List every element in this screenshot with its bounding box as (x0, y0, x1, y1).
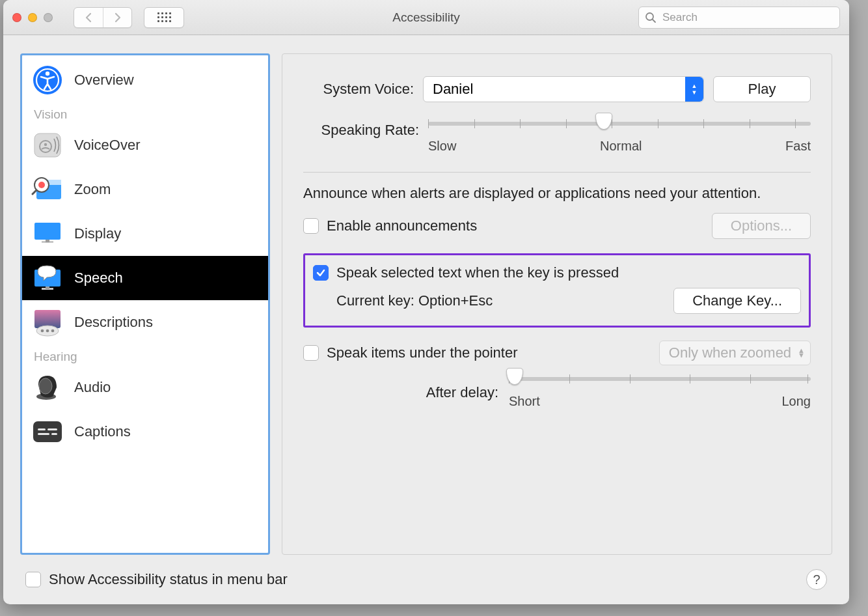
sidebar-item-overview[interactable]: Overview (22, 58, 268, 102)
play-button[interactable]: Play (713, 76, 811, 102)
speak-pointer-mode-select[interactable]: Only when zoomed ▲▼ (659, 341, 811, 365)
sidebar-section-vision: Vision (22, 102, 268, 123)
updown-icon: ▲▼ (798, 348, 805, 357)
current-key-label: Current key: Option+Esc (336, 292, 493, 309)
svg-rect-13 (34, 223, 61, 240)
announce-description: Announce when alerts are displayed or ap… (303, 183, 811, 204)
help-button[interactable]: ? (806, 569, 827, 590)
checkbox-unchecked-icon (303, 345, 319, 361)
svg-point-21 (41, 329, 44, 333)
system-voice-value: Daniel (433, 81, 473, 98)
updown-icon: ▲▼ (685, 77, 703, 102)
speaking-rate-label: Speaking Rate: (303, 122, 419, 139)
svg-rect-15 (46, 240, 49, 242)
system-voice-select[interactable]: Daniel ▲▼ (423, 76, 704, 102)
captions-icon (31, 415, 64, 448)
speaking-rate-slider[interactable]: Slow Normal Fast (428, 122, 811, 154)
speak-pointer-mode-value: Only when zoomed (669, 344, 791, 361)
sidebar-item-label: Audio (74, 379, 111, 396)
titlebar: Accessibility (3, 0, 849, 35)
after-delay-label: After delay: (303, 384, 498, 401)
speak-selected-highlight: Speak selected text when the key is pres… (303, 253, 811, 328)
sidebar-section-hearing: Hearing (22, 344, 268, 365)
sidebar-item-audio[interactable]: Audio (22, 365, 268, 410)
checkbox-unchecked-icon (303, 218, 319, 234)
minimize-button[interactable] (28, 13, 37, 22)
sidebar-item-label: Zoom (74, 181, 111, 198)
rate-slow-label: Slow (428, 139, 456, 154)
speak-pointer-label: Speak items under the pointer (327, 344, 518, 361)
options-button-label: Options... (731, 217, 792, 234)
sidebar-item-label: VoiceOver (74, 137, 141, 154)
display-icon (31, 217, 64, 250)
delay-short-label: Short (509, 394, 540, 409)
svg-line-1 (653, 20, 655, 22)
svg-rect-28 (47, 428, 57, 430)
sidebar[interactable]: Overview Vision VoiceOver Zoom Display (20, 53, 270, 555)
apps-button[interactable] (144, 7, 184, 28)
sidebar-item-voiceover[interactable]: VoiceOver (22, 123, 268, 167)
change-key-button[interactable]: Change Key... (673, 288, 801, 314)
show-status-label: Show Accessibility status in menu bar (49, 571, 288, 588)
question-icon: ? (813, 572, 820, 587)
after-delay-slider[interactable]: Short Long (509, 377, 811, 409)
sidebar-item-captions[interactable]: Captions (22, 410, 268, 454)
speak-selected-checkbox[interactable]: Speak selected text when the key is pres… (313, 264, 801, 281)
svg-point-4 (46, 72, 49, 76)
checkbox-checked-icon (313, 265, 329, 281)
window-controls (12, 13, 53, 22)
svg-point-25 (39, 378, 52, 394)
slider-thumb[interactable] (595, 113, 612, 130)
sidebar-item-label: Display (74, 225, 121, 242)
svg-point-22 (46, 329, 49, 333)
rate-normal-label: Normal (600, 139, 642, 154)
sidebar-item-descriptions[interactable]: Descriptions (22, 300, 268, 344)
svg-rect-30 (51, 433, 57, 435)
sidebar-item-label: Descriptions (74, 314, 153, 331)
enable-announcements-label: Enable announcements (327, 217, 477, 234)
sidebar-item-label: Speech (74, 270, 123, 287)
sidebar-item-zoom[interactable]: Zoom (22, 167, 268, 212)
chevron-right-icon (114, 12, 122, 23)
speech-icon (31, 262, 64, 294)
show-status-checkbox[interactable]: Show Accessibility status in menu bar (25, 571, 288, 588)
back-button[interactable] (74, 8, 103, 27)
play-button-label: Play (748, 81, 776, 98)
forward-button[interactable] (103, 8, 131, 27)
svg-rect-26 (33, 421, 62, 442)
svg-point-11 (38, 182, 45, 188)
svg-point-23 (51, 329, 55, 333)
change-key-label: Change Key... (692, 292, 782, 309)
descriptions-icon (31, 306, 64, 339)
close-button[interactable] (12, 13, 21, 22)
chevron-left-icon (85, 12, 92, 23)
svg-point-7 (44, 143, 47, 146)
system-voice-label: System Voice: (303, 81, 414, 98)
rate-fast-label: Fast (785, 139, 811, 154)
options-button[interactable]: Options... (712, 213, 811, 239)
checkbox-unchecked-icon (25, 572, 41, 587)
sidebar-item-label: Captions (74, 423, 131, 440)
window: Accessibility Overview Vision Voic (3, 0, 849, 604)
sidebar-item-display[interactable]: Display (22, 212, 268, 256)
grid-icon (157, 12, 171, 22)
search-icon (645, 12, 657, 23)
voiceover-icon (31, 129, 64, 161)
speak-selected-label: Speak selected text when the key is pres… (336, 264, 619, 281)
nav-buttons (74, 7, 132, 28)
search-input[interactable] (638, 7, 840, 29)
accessibility-icon (31, 64, 64, 96)
svg-line-12 (33, 190, 36, 194)
sidebar-item-speech[interactable]: Speech (22, 256, 268, 300)
delay-long-label: Long (782, 394, 811, 409)
svg-point-0 (646, 13, 653, 20)
sidebar-item-label: Overview (74, 72, 134, 89)
speak-pointer-checkbox[interactable]: Speak items under the pointer (303, 344, 518, 361)
audio-icon (31, 371, 64, 404)
zoom-button[interactable] (44, 13, 53, 22)
zoom-icon (31, 173, 64, 206)
svg-rect-27 (38, 428, 46, 430)
enable-announcements-checkbox[interactable]: Enable announcements (303, 217, 477, 234)
svg-rect-29 (38, 433, 49, 435)
detail-panel: System Voice: Daniel ▲▼ Play Speaking Ra… (282, 53, 832, 555)
